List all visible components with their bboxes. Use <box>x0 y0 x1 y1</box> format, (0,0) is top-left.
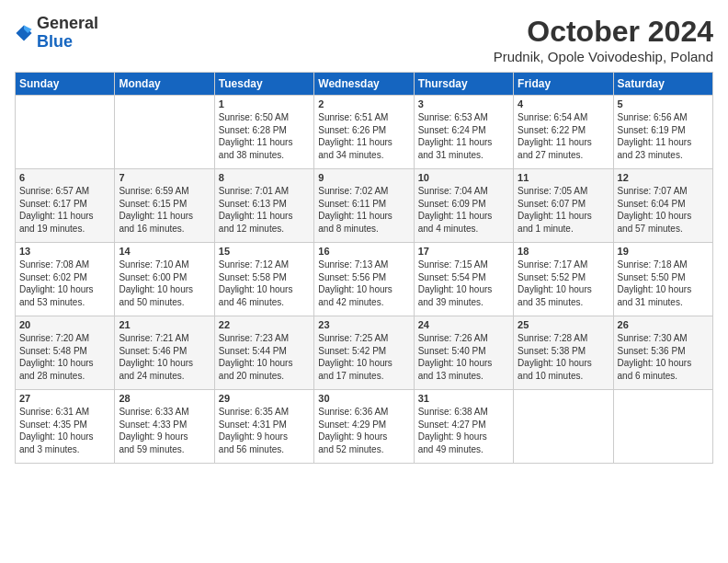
day-number: 13 <box>19 246 110 257</box>
calendar-cell: 7Sunrise: 6:59 AM Sunset: 6:15 PM Daylig… <box>115 169 214 243</box>
day-info: Sunrise: 6:50 AM Sunset: 6:28 PM Dayligh… <box>219 111 310 161</box>
weekday-header-saturday: Saturday <box>613 73 712 96</box>
logo-icon <box>15 24 33 42</box>
day-number: 25 <box>518 319 609 330</box>
day-info: Sunrise: 7:04 AM Sunset: 6:09 PM Dayligh… <box>418 185 509 235</box>
day-number: 10 <box>418 172 509 183</box>
day-number: 22 <box>219 319 310 330</box>
day-number: 6 <box>19 172 110 183</box>
calendar-cell: 26Sunrise: 7:30 AM Sunset: 5:36 PM Dayli… <box>613 316 712 390</box>
day-info: Sunrise: 7:08 AM Sunset: 6:02 PM Dayligh… <box>19 259 110 308</box>
day-info: Sunrise: 7:18 AM Sunset: 5:50 PM Dayligh… <box>618 259 709 308</box>
calendar-cell: 6Sunrise: 6:57 AM Sunset: 6:17 PM Daylig… <box>16 169 115 243</box>
day-info: Sunrise: 6:54 AM Sunset: 6:22 PM Dayligh… <box>518 111 609 161</box>
weekday-header-friday: Friday <box>514 73 613 96</box>
calendar-cell: 22Sunrise: 7:23 AM Sunset: 5:44 PM Dayli… <box>214 316 313 390</box>
calendar-cell: 11Sunrise: 7:05 AM Sunset: 6:07 PM Dayli… <box>514 169 613 243</box>
calendar-cell: 28Sunrise: 6:33 AM Sunset: 4:33 PM Dayli… <box>115 390 214 464</box>
day-number: 27 <box>19 393 110 404</box>
calendar-cell: 5Sunrise: 6:56 AM Sunset: 6:19 PM Daylig… <box>613 96 712 169</box>
day-number: 26 <box>618 319 709 330</box>
day-number: 21 <box>119 319 210 330</box>
calendar-cell <box>613 390 712 464</box>
calendar-cell: 31Sunrise: 6:38 AM Sunset: 4:27 PM Dayli… <box>414 390 513 464</box>
calendar-cell: 20Sunrise: 7:20 AM Sunset: 5:48 PM Dayli… <box>16 316 115 390</box>
day-info: Sunrise: 7:01 AM Sunset: 6:13 PM Dayligh… <box>219 185 310 235</box>
day-info: Sunrise: 6:59 AM Sunset: 6:15 PM Dayligh… <box>119 185 210 235</box>
calendar-cell: 21Sunrise: 7:21 AM Sunset: 5:46 PM Dayli… <box>115 316 214 390</box>
day-info: Sunrise: 7:21 AM Sunset: 5:46 PM Dayligh… <box>119 332 210 382</box>
calendar-week-1: 1Sunrise: 6:50 AM Sunset: 6:28 PM Daylig… <box>16 96 713 169</box>
day-number: 3 <box>418 98 509 109</box>
day-info: Sunrise: 7:02 AM Sunset: 6:11 PM Dayligh… <box>318 185 409 235</box>
calendar-week-3: 13Sunrise: 7:08 AM Sunset: 6:02 PM Dayli… <box>16 243 713 316</box>
day-number: 8 <box>219 172 310 183</box>
day-number: 20 <box>19 319 110 330</box>
weekday-row: SundayMondayTuesdayWednesdayThursdayFrid… <box>16 73 713 96</box>
calendar-cell: 16Sunrise: 7:13 AM Sunset: 5:56 PM Dayli… <box>314 243 414 316</box>
calendar-week-4: 20Sunrise: 7:20 AM Sunset: 5:48 PM Dayli… <box>16 316 713 390</box>
day-number: 12 <box>618 172 709 183</box>
page-header: General Blue October 2024 Prudnik, Opole… <box>15 15 713 64</box>
title-block: October 2024 Prudnik, Opole Voivodeship,… <box>494 15 713 64</box>
day-info: Sunrise: 7:10 AM Sunset: 6:00 PM Dayligh… <box>119 259 210 308</box>
day-info: Sunrise: 7:17 AM Sunset: 5:52 PM Dayligh… <box>518 259 609 308</box>
day-info: Sunrise: 6:33 AM Sunset: 4:33 PM Dayligh… <box>119 406 210 455</box>
calendar-cell: 8Sunrise: 7:01 AM Sunset: 6:13 PM Daylig… <box>214 169 313 243</box>
logo: General Blue <box>15 15 98 52</box>
day-info: Sunrise: 6:56 AM Sunset: 6:19 PM Dayligh… <box>618 111 709 161</box>
day-number: 17 <box>418 246 509 257</box>
calendar-cell: 27Sunrise: 6:31 AM Sunset: 4:35 PM Dayli… <box>16 390 115 464</box>
calendar-cell: 12Sunrise: 7:07 AM Sunset: 6:04 PM Dayli… <box>613 169 712 243</box>
logo-general: General <box>37 15 98 33</box>
day-info: Sunrise: 6:53 AM Sunset: 6:24 PM Dayligh… <box>418 111 509 161</box>
calendar-cell: 25Sunrise: 7:28 AM Sunset: 5:38 PM Dayli… <box>514 316 613 390</box>
calendar-body: 1Sunrise: 6:50 AM Sunset: 6:28 PM Daylig… <box>16 96 713 464</box>
day-info: Sunrise: 6:35 AM Sunset: 4:31 PM Dayligh… <box>219 406 310 455</box>
day-number: 9 <box>318 172 409 183</box>
calendar-week-2: 6Sunrise: 6:57 AM Sunset: 6:17 PM Daylig… <box>16 169 713 243</box>
day-info: Sunrise: 6:51 AM Sunset: 6:26 PM Dayligh… <box>318 111 409 161</box>
day-info: Sunrise: 7:23 AM Sunset: 5:44 PM Dayligh… <box>219 332 310 382</box>
day-number: 2 <box>318 98 409 109</box>
calendar-header: SundayMondayTuesdayWednesdayThursdayFrid… <box>16 73 713 96</box>
day-info: Sunrise: 7:30 AM Sunset: 5:36 PM Dayligh… <box>618 332 709 382</box>
day-number: 23 <box>318 319 409 330</box>
calendar-cell: 30Sunrise: 6:36 AM Sunset: 4:29 PM Dayli… <box>314 390 414 464</box>
day-number: 14 <box>119 246 210 257</box>
calendar-cell <box>115 96 214 169</box>
day-number: 18 <box>518 246 609 257</box>
day-info: Sunrise: 7:20 AM Sunset: 5:48 PM Dayligh… <box>19 332 110 382</box>
day-info: Sunrise: 7:25 AM Sunset: 5:42 PM Dayligh… <box>318 332 409 382</box>
day-info: Sunrise: 7:07 AM Sunset: 6:04 PM Dayligh… <box>618 185 709 235</box>
logo-blue: Blue <box>37 33 98 52</box>
calendar-table: SundayMondayTuesdayWednesdayThursdayFrid… <box>15 72 713 464</box>
weekday-header-sunday: Sunday <box>16 73 115 96</box>
calendar-cell: 13Sunrise: 7:08 AM Sunset: 6:02 PM Dayli… <box>16 243 115 316</box>
calendar-cell: 10Sunrise: 7:04 AM Sunset: 6:09 PM Dayli… <box>414 169 513 243</box>
calendar-cell: 19Sunrise: 7:18 AM Sunset: 5:50 PM Dayli… <box>613 243 712 316</box>
calendar-cell: 15Sunrise: 7:12 AM Sunset: 5:58 PM Dayli… <box>214 243 313 316</box>
month-title: October 2024 <box>494 15 713 49</box>
weekday-header-thursday: Thursday <box>414 73 513 96</box>
calendar-cell: 14Sunrise: 7:10 AM Sunset: 6:00 PM Dayli… <box>115 243 214 316</box>
calendar-cell: 18Sunrise: 7:17 AM Sunset: 5:52 PM Dayli… <box>514 243 613 316</box>
day-number: 1 <box>219 98 310 109</box>
day-number: 29 <box>219 393 310 404</box>
day-number: 11 <box>518 172 609 183</box>
day-number: 30 <box>318 393 409 404</box>
calendar-cell: 17Sunrise: 7:15 AM Sunset: 5:54 PM Dayli… <box>414 243 513 316</box>
day-number: 5 <box>618 98 709 109</box>
calendar-cell: 3Sunrise: 6:53 AM Sunset: 6:24 PM Daylig… <box>414 96 513 169</box>
weekday-header-tuesday: Tuesday <box>214 73 313 96</box>
day-number: 4 <box>518 98 609 109</box>
day-number: 28 <box>119 393 210 404</box>
calendar-cell <box>16 96 115 169</box>
calendar-cell: 1Sunrise: 6:50 AM Sunset: 6:28 PM Daylig… <box>214 96 313 169</box>
day-number: 31 <box>418 393 509 404</box>
day-info: Sunrise: 7:12 AM Sunset: 5:58 PM Dayligh… <box>219 259 310 308</box>
calendar-cell: 23Sunrise: 7:25 AM Sunset: 5:42 PM Dayli… <box>314 316 414 390</box>
calendar-cell: 4Sunrise: 6:54 AM Sunset: 6:22 PM Daylig… <box>514 96 613 169</box>
day-info: Sunrise: 6:57 AM Sunset: 6:17 PM Dayligh… <box>19 185 110 235</box>
day-number: 16 <box>318 246 409 257</box>
